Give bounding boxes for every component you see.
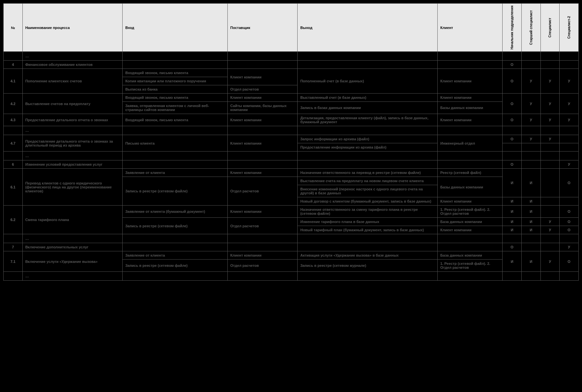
role [540,61,560,69]
client: База данных компании [438,218,503,226]
output: Запись в реестре (сетевом журнале) [298,260,438,272]
process-name: Финансовое обслуживание клиентов [22,61,122,69]
h-role3: Специалист [540,4,560,52]
role: У [540,69,560,94]
role: О [560,251,579,272]
ellipsis: … [22,52,122,61]
table-row: 6.1Перевод клиентов с одного юридическог… [4,169,579,177]
role: У [521,114,540,126]
cell [227,152,297,160]
output: Новый договор с клиентом (бумажный докум… [298,197,438,206]
role: О [560,206,579,218]
supplier: Отдел расчетов [227,177,297,206]
num: 4.3 [4,114,23,126]
output: Новый тарифный план (бумажный документ, … [298,226,438,234]
role [540,206,560,218]
output: Изменение тарифного плана в базе данных [298,218,438,226]
role: И [521,206,540,218]
ellipsis-row: … [4,52,579,61]
num: 7 [4,243,23,251]
cell [503,126,522,135]
role [560,197,579,206]
cell [227,52,297,61]
ellipsis: … [22,234,122,243]
cell [521,234,540,243]
supplier: Клиент компании [227,135,297,152]
supplier: Отдел расчетов [227,218,297,234]
process-name: Предоставление детального отчета о звонк… [22,135,122,152]
supplier: Клиент компании [227,251,297,260]
role [540,243,560,251]
input: Входящий звонок, письмо клиента [123,69,228,77]
cell [438,243,503,251]
cell [503,52,522,61]
role: У [540,94,560,114]
supplier: Отдел расчетов [227,85,297,94]
cell [298,272,438,281]
header-row: № Наименование процесса Вход Поставщик В… [4,4,579,52]
output: Активация услуги «Удержание вызова» в ба… [298,251,438,260]
cell [438,152,503,160]
cell [521,126,540,135]
input: Заявление от клиента (бумажный документ) [123,206,228,218]
cell [540,234,560,243]
role [560,135,579,143]
cell [438,61,503,69]
cell [540,272,560,281]
h-output: Выход [298,4,438,52]
process-name: Изменение условий предоставления услуг [22,160,122,169]
role [560,61,579,69]
process-name: Включение дополнительных услуг [22,243,122,251]
cell [298,160,438,169]
cell [560,152,579,160]
role [540,197,560,206]
cell [227,234,297,243]
client: 1. Реестр (сетевой файл). 2. Отдел расче… [438,260,503,272]
ellipsis: … [22,126,122,135]
role: У [540,135,560,143]
ellipsis: … [22,272,122,281]
process-name: Предоставление детального отчета о звонк… [22,114,122,126]
cell [503,234,522,243]
cell [298,126,438,135]
num: 4.1 [4,69,23,94]
role: И [521,226,540,234]
role [560,143,579,152]
cell [503,272,522,281]
cell [438,52,503,61]
client: Инженерный отдел [438,135,503,152]
output: Выставление счета на предоплату на новом… [298,177,438,185]
input: Запись в реестре (сетевом файле) [123,218,228,234]
role: И [503,218,522,226]
h-role4: Специалист-2 [560,4,579,52]
role [503,143,522,152]
output: Внесение изменений (перенос настроек с о… [298,185,438,197]
table-row: 4.1Пополнение клиентских счетовВходящий … [4,69,579,77]
h-num: № [4,4,23,52]
cell [540,152,560,160]
cell [4,272,23,281]
table-row: 6.2Смена тарифного планаЗаявление от кли… [4,206,579,218]
input: Заявка, отправленная клиентом с личной в… [123,102,228,114]
client: Клиент компании [438,197,503,206]
role: И [521,197,540,206]
ellipsis-row: … [4,152,579,160]
num: 7.1 [4,251,23,272]
input: Заявление от клиента [123,251,228,260]
cell [298,61,438,69]
role: У [521,69,540,94]
section-row: 4Финансовое обслуживание клиентовО [4,61,579,69]
role: У [521,94,540,114]
cell [4,52,23,61]
client: База данных компании [438,251,503,260]
cell [123,160,228,169]
num: 6.1 [4,169,23,206]
role: О [560,169,579,197]
cell [540,52,560,61]
ellipsis-row: … [4,234,579,243]
role [521,143,540,152]
cell [540,126,560,135]
role [521,61,540,69]
input: Запись в реестре (сетевом файле) [123,177,228,206]
cell [227,126,297,135]
